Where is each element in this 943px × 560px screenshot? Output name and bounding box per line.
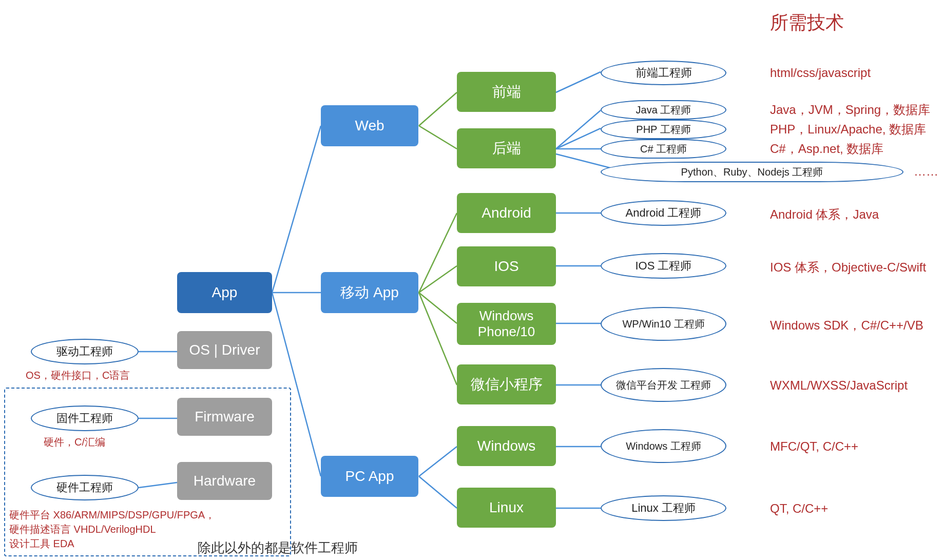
node-linux: Linux [457,488,556,528]
role-java: Java 工程师 [601,100,726,120]
tech-wechat: WXML/WXSS/JavaScript [770,378,908,393]
dashed-hardware-group [4,388,291,556]
tech-php: PHP，Linux/Apache, 数据库 [770,121,926,138]
footer-note: 除此以外的都是软件工程师 [198,539,358,557]
tech-linux: QT, C/C++ [770,501,828,516]
role-php: PHP 工程师 [601,120,726,139]
node-mobile: 移动 App [321,272,418,313]
node-web: Web [321,105,418,146]
node-android: Android [457,193,556,233]
tech-android: Android 体系，Java [770,206,879,223]
role-wp: WP/Win10 工程师 [601,307,726,341]
svg-line-24 [419,293,457,385]
role-frontend: 前端工程师 [601,61,726,85]
svg-line-12 [556,110,601,149]
node-ios: IOS [457,246,556,286]
svg-line-3 [419,447,457,476]
node-backend: 后端 [457,128,556,168]
svg-line-11 [556,72,601,92]
node-wechat: 微信小程序 [457,364,556,404]
page-title: 所需技术 [770,10,844,35]
node-wp: Windows Phone/10 [457,303,556,345]
node-app: App [177,272,272,313]
svg-line-22 [419,266,457,293]
role-wechat: 微信平台开发 工程师 [601,368,726,402]
node-pc: PC App [321,456,418,497]
tech-driver: OS，硬件接口，C语言 [26,369,130,382]
tech-windows: MFC/QT, C/C++ [770,439,858,454]
tech-ios: IOS 体系，Objective-C/Swift [770,259,926,276]
svg-line-23 [419,293,457,323]
tech-wp: Windows SDK，C#/C++/VB [770,317,923,334]
role-android: Android 工程师 [601,200,726,226]
tech-csharp: C#，Asp.net, 数据库 [770,141,883,157]
role-windows: Windows 工程师 [601,429,726,463]
role-pyrubynode: Python、Ruby、Nodejs 工程师 [601,162,903,182]
node-os-driver: OS | Driver [177,331,272,369]
role-ios: IOS 工程师 [601,253,726,279]
svg-line-21 [419,213,457,293]
tech-pyrubynode: …… [914,164,938,179]
node-windows: Windows [457,426,556,466]
tech-java: Java，JVM，Spring，数据库 [770,102,930,118]
svg-line-20 [419,126,457,149]
role-csharp: C# 工程师 [601,139,726,159]
node-frontend: 前端 [457,72,556,112]
tech-frontend: html/css/javascript [770,66,871,80]
svg-line-13 [556,128,601,149]
role-driver-engineer: 驱动工程师 [31,339,139,364]
role-linux: Linux 工程师 [601,495,726,521]
svg-line-0 [272,126,321,293]
svg-line-19 [419,92,457,126]
svg-line-4 [419,476,457,508]
